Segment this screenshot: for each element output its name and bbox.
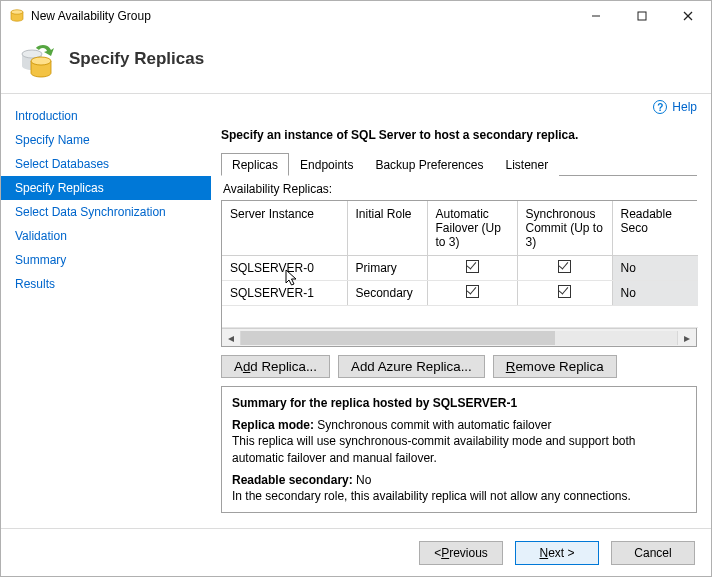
- cell-auto[interactable]: [427, 281, 517, 306]
- col-initial-role[interactable]: Initial Role: [347, 201, 427, 256]
- nav-select-data-sync[interactable]: Select Data Synchronization: [1, 200, 211, 224]
- scroll-thumb[interactable]: [241, 331, 555, 345]
- summary-readable-value: No: [353, 473, 372, 487]
- help-icon: ?: [653, 100, 667, 114]
- maximize-button[interactable]: [619, 1, 665, 31]
- checkbox-icon[interactable]: [558, 260, 571, 273]
- nav-select-databases[interactable]: Select Databases: [1, 152, 211, 176]
- svg-point-9: [31, 57, 51, 65]
- cell-readable[interactable]: No: [612, 256, 698, 281]
- minimize-button[interactable]: [573, 1, 619, 31]
- cell-server[interactable]: SQLSERVER-1: [222, 281, 347, 306]
- cell-role: Primary: [347, 256, 427, 281]
- next-button[interactable]: Next >: [515, 541, 599, 565]
- nav-specify-replicas[interactable]: Specify Replicas: [1, 176, 211, 200]
- summary-mode-desc: This replica will use synchronous-commit…: [232, 434, 636, 464]
- replicas-grid: Server Instance Initial Role Automatic F…: [221, 200, 697, 347]
- help-label: Help: [672, 100, 697, 114]
- wizard-body: Introduction Specify Name Select Databas…: [1, 94, 711, 528]
- cancel-button[interactable]: Cancel: [611, 541, 695, 565]
- cell-server[interactable]: SQLSERVER-0: [222, 256, 347, 281]
- instruction-text: Specify an instance of SQL Server to hos…: [221, 128, 697, 142]
- cell-auto[interactable]: [427, 256, 517, 281]
- summary-heading: Summary for the replica hosted by SQLSER…: [232, 396, 517, 410]
- tab-endpoints[interactable]: Endpoints: [289, 153, 364, 176]
- close-button[interactable]: [665, 1, 711, 31]
- svg-rect-3: [638, 12, 646, 20]
- footer: < Previous Next > Cancel: [1, 528, 711, 576]
- table-row[interactable]: SQLSERVER-0 Primary No: [222, 256, 698, 281]
- scroll-right-icon[interactable]: ▸: [678, 331, 696, 345]
- grid-table: Server Instance Initial Role Automatic F…: [222, 201, 698, 328]
- cell-sync[interactable]: [517, 256, 612, 281]
- titlebar: New Availability Group: [1, 1, 711, 31]
- scroll-track[interactable]: [240, 331, 678, 345]
- summary-mode-label: Replica mode:: [232, 418, 314, 432]
- nav-results[interactable]: Results: [1, 272, 211, 296]
- tabstrip: Replicas Endpoints Backup Preferences Li…: [221, 152, 697, 176]
- summary-mode-value: Synchronous commit with automatic failov…: [314, 418, 551, 432]
- add-azure-replica-button[interactable]: Add Azure Replica...: [338, 355, 485, 378]
- table-row[interactable]: SQLSERVER-1 Secondary No: [222, 281, 698, 306]
- col-auto-failover[interactable]: Automatic Failover (Up to 3): [427, 201, 517, 256]
- tab-backup-preferences[interactable]: Backup Preferences: [364, 153, 494, 176]
- sidebar: Introduction Specify Name Select Databas…: [1, 94, 211, 528]
- summary-panel: Summary for the replica hosted by SQLSER…: [221, 386, 697, 513]
- add-replica-button[interactable]: Add Replica...: [221, 355, 330, 378]
- window-title: New Availability Group: [31, 9, 573, 23]
- summary-readable-label: Readable secondary:: [232, 473, 353, 487]
- cell-role: Secondary: [347, 281, 427, 306]
- svg-point-1: [11, 10, 23, 14]
- page-header: Specify Replicas: [1, 31, 711, 94]
- grid-label: Availability Replicas:: [223, 182, 697, 196]
- checkbox-icon[interactable]: [466, 260, 479, 273]
- nav-introduction[interactable]: Introduction: [1, 104, 211, 128]
- col-readable-secondary[interactable]: Readable Seco: [612, 201, 698, 256]
- page-title: Specify Replicas: [69, 49, 204, 69]
- tab-listener[interactable]: Listener: [494, 153, 559, 176]
- cell-sync[interactable]: [517, 281, 612, 306]
- remove-replica-button[interactable]: Remove Replica: [493, 355, 617, 378]
- scroll-left-icon[interactable]: ◂: [222, 331, 240, 345]
- checkbox-icon[interactable]: [466, 285, 479, 298]
- app-icon: [9, 8, 25, 24]
- replica-buttons: Add Replica... Add Azure Replica... Remo…: [221, 355, 697, 378]
- tab-replicas[interactable]: Replicas: [221, 153, 289, 176]
- help-link[interactable]: ? Help: [221, 100, 697, 114]
- nav-summary[interactable]: Summary: [1, 248, 211, 272]
- nav-specify-name[interactable]: Specify Name: [1, 128, 211, 152]
- main-panel: ? Help Specify an instance of SQL Server…: [211, 94, 711, 528]
- col-sync-commit[interactable]: Synchronous Commit (Up to 3): [517, 201, 612, 256]
- cell-readable[interactable]: No: [612, 281, 698, 306]
- summary-readable-desc: In the secondary role, this availability…: [232, 489, 631, 503]
- previous-button[interactable]: < Previous: [419, 541, 503, 565]
- col-server-instance[interactable]: Server Instance: [222, 201, 347, 256]
- database-icon: [17, 39, 57, 79]
- wizard-window: New Availability Group Specify Replicas …: [0, 0, 712, 577]
- checkbox-icon[interactable]: [558, 285, 571, 298]
- nav-validation[interactable]: Validation: [1, 224, 211, 248]
- grid-horizontal-scrollbar[interactable]: ◂ ▸: [222, 328, 696, 346]
